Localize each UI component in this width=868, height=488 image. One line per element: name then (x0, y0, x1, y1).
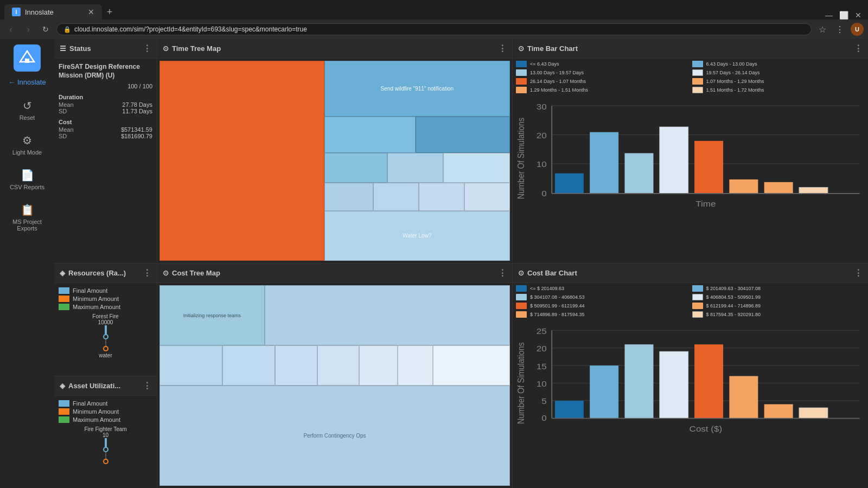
resources-header-label: Resources (Ra...) (68, 269, 126, 277)
svg-text:30: 30 (537, 102, 547, 111)
ms-project-icon: 📋 (21, 203, 34, 216)
sidebar-item-reset[interactable]: ↺ Reset (0, 95, 54, 125)
cost-barchart-header-label: Cost Bar Chart (527, 269, 577, 277)
status-duration-section: Duration Mean 27.78 Days SD 11.73 Days (59, 94, 152, 114)
treemap-cell-r2c2 (416, 117, 510, 152)
svg-rect-35 (590, 365, 618, 418)
cost-sd-row: SD $181690.79 (59, 133, 152, 139)
time-barchart-header-label: Time Bar Chart (527, 44, 578, 53)
ms-project-label: MS Project Exports (12, 219, 42, 232)
resources-card: ◈ Resources (Ra...) ⋮ Final Amount Minim… (54, 264, 157, 376)
legend-item-5: 1.07 Months - 1.29 Months (692, 78, 865, 85)
svg-text:Number Of Simulations: Number Of Simulations (516, 342, 526, 424)
light-mode-label: Light Mode (12, 149, 42, 156)
svg-text:Cost ($): Cost ($) (690, 425, 722, 433)
cost-treemap-cell-contingency: Perform Contingency Ops (159, 386, 510, 486)
legend-item-3: 19.57 Days - 26.14 Days (692, 69, 865, 76)
svg-text:Number Of Simulations: Number Of Simulations (516, 118, 526, 199)
cost-treemap-cells: Initializing response teams Perform Cont… (159, 285, 510, 486)
fire-fighter-value: 10 (103, 432, 108, 438)
time-treemap-body: Send wildfire "911" notification (157, 59, 512, 263)
resources-legend-0: Final Amount (59, 287, 152, 294)
ssl-icon: 🔒 (63, 26, 71, 33)
resources-more-button[interactable]: ⋮ (143, 268, 151, 278)
status-more-button[interactable]: ⋮ (143, 43, 151, 54)
sidebar-item-csv-reports[interactable]: 📄 CSV Reports (0, 164, 54, 195)
new-tab-button[interactable]: + (102, 4, 117, 20)
cost-barchart-card: ⊙ Cost Bar Chart ⋮ <= $ 201409.63 $ 2014… (513, 264, 868, 488)
active-tab[interactable]: I Innoslate ✕ (4, 4, 102, 20)
status-body: FireSAT Design Reference Mission (DRM) (… (54, 59, 157, 263)
bookmark-button[interactable]: ☆ (816, 23, 829, 36)
cost-barchart-more-button[interactable]: ⋮ (854, 268, 863, 278)
cost-legend-4: $ 509501.99 - 612199.44 (516, 303, 689, 309)
cost-mean-value: $571341.59 (121, 126, 152, 133)
svg-text:Time: Time (695, 200, 716, 208)
cost-cell-r2c5 (359, 345, 398, 386)
treemap-cell-r4c3 (419, 183, 464, 211)
cost-barchart-svg: 25 20 15 10 5 0 (516, 322, 865, 480)
svg-rect-39 (729, 376, 758, 419)
forest-fire-value: 10000 (98, 319, 113, 325)
legend-item-2: 13.00 Days - 19.57 Days (516, 69, 689, 76)
time-treemap-more-button[interactable]: ⋮ (498, 43, 507, 54)
svg-rect-14 (694, 141, 723, 194)
resource-forest-fire: Forest Fire 10000 water (59, 313, 152, 358)
time-barchart-header: ⊙ Time Bar Chart ⋮ (513, 39, 868, 59)
browser-menu-button[interactable]: ⋮ (833, 23, 846, 36)
cost-legend-5: $ 612199.44 - 714896.89 (692, 303, 865, 309)
treemap-cell-r3c2 (387, 153, 443, 183)
svg-text:20: 20 (537, 344, 547, 353)
legend-item-0: <= 6.43 Days (516, 61, 689, 67)
restore-button[interactable]: ⬜ (839, 11, 848, 20)
cost-treemap-cell-init: Initializing response teams (159, 285, 265, 345)
sidebar-innoslate-link[interactable]: ← Innoslate (8, 78, 46, 86)
asset-utilization-card: ◈ Asset Utilizati... ⋮ Final Amount Mini… (54, 376, 157, 489)
resources-header: ◈ Resources (Ra...) ⋮ (54, 264, 157, 283)
forest-fire-bar (105, 325, 107, 334)
asset-legend-0: Final Amount (59, 400, 152, 407)
status-cost-section: Cost Mean $571341.59 SD $181690.79 (59, 119, 152, 139)
light-mode-icon: ⚙ (22, 134, 32, 147)
cost-sd-label: SD (59, 133, 67, 139)
sidebar-item-ms-project[interactable]: 📋 MS Project Exports (0, 199, 54, 236)
tab-close-button[interactable]: ✕ (88, 8, 94, 16)
svg-rect-11 (590, 132, 618, 194)
time-barchart-area: 30 20 10 0 (516, 97, 865, 255)
refresh-button[interactable]: ↻ (39, 23, 52, 36)
cost-legend-1: $ 201409.63 - 304107.08 (692, 285, 865, 292)
treemap-cell-r3c1 (324, 153, 387, 183)
minimize-button[interactable]: — (825, 11, 833, 20)
sidebar-item-light-mode[interactable]: ⚙ Light Mode (0, 130, 54, 160)
resources-body: Final Amount Minimum Amount Maximum Amou… (54, 283, 157, 376)
time-barchart-more-button[interactable]: ⋮ (854, 43, 863, 54)
cost-treemap-more-button[interactable]: ⋮ (498, 268, 507, 278)
svg-text:20: 20 (537, 131, 547, 140)
svg-text:0: 0 (541, 414, 547, 422)
tab-label: Innoslate (25, 8, 54, 16)
reset-icon: ↺ (23, 99, 32, 112)
svg-text:10: 10 (537, 160, 547, 169)
cost-legend-6: $ 714896.89 - 817594.35 (516, 311, 689, 318)
logo[interactable] (14, 44, 41, 72)
cost-legend-2: $ 304107.08 - 406804.53 (516, 294, 689, 300)
svg-rect-40 (764, 404, 793, 418)
back-button[interactable]: ‹ (4, 23, 17, 36)
asset-fire-fighter: Fire Fighter Team 10 (59, 426, 152, 464)
close-button[interactable]: ✕ (855, 11, 861, 20)
forest-fire-label: Forest Fire (92, 313, 118, 319)
svg-text:5: 5 (541, 397, 547, 406)
cost-treemap-header-label: Cost Tree Map (172, 269, 220, 277)
duration-label: Duration (59, 94, 152, 100)
user-avatar[interactable]: U (851, 23, 864, 36)
status-header-label: Status (69, 44, 91, 53)
cost-cell-r2c2 (222, 345, 275, 386)
duration-sd-value: 11.73 Days (122, 108, 152, 114)
forward-button[interactable]: › (22, 23, 35, 36)
address-bar[interactable]: 🔒 cloud.innoslate.com/sim/?projectId=4&e… (56, 23, 812, 35)
csv-reports-icon: 📄 (21, 169, 34, 182)
time-barchart-body: <= 6.43 Days 6.43 Days - 13.00 Days 13.0… (513, 59, 868, 263)
asset-more-button[interactable]: ⋮ (143, 381, 151, 391)
logo-icon (19, 50, 35, 66)
status-title: FireSAT Design Reference Mission (DRM) (… (59, 63, 152, 80)
